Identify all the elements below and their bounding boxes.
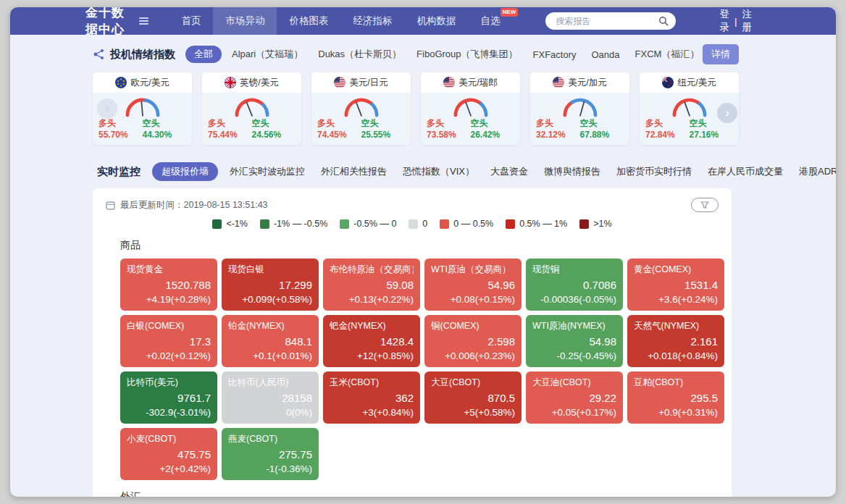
tile-value: 54.96 (431, 279, 515, 291)
tile-name: 白银(COMEX) (127, 320, 211, 332)
sentiment-card-body: 多头 75.44%空头 24.56% (202, 93, 301, 145)
monitor-tab[interactable]: 港股ADR (799, 165, 836, 178)
sentiment-card-body: 多头 74.45%空头 25.55% (311, 93, 411, 145)
quote-sections: 商品现货黄金1520.788+4.19(+0.28%)现货白银17.299+0.… (106, 239, 719, 497)
logo[interactable]: 金十数据中心 (85, 7, 134, 38)
sentiment-card[interactable]: 英镑/美元多头 75.44%空头 24.56% (202, 72, 301, 145)
tile-name: 现货白银 (228, 264, 312, 276)
quote-tile[interactable]: 布伦特原油（交易商）59.08+0.13(+0.22%) (323, 259, 420, 311)
us-flag-icon (443, 77, 455, 88)
hamburger-icon[interactable] (139, 17, 148, 25)
quote-tile[interactable]: 铜(COMEX)2.598+0.006(+0.23%) (424, 315, 522, 367)
tile-value: 2.161 (634, 335, 718, 348)
nav-item[interactable]: 价格图表 (277, 7, 340, 35)
nav-item[interactable]: 经济指标 (340, 7, 404, 35)
nav-item[interactable]: 自选NEW (468, 7, 512, 35)
app-window: 金十数据中心 首页市场异动价格图表经济指标机构数据自选NEW 登录 | 注册 (10, 7, 836, 497)
quote-tile[interactable]: WTI原油（交易商）54.96+0.08(+0.15%) (424, 259, 522, 311)
sentiment-card-body: 多头 73.58%空头 26.42% (421, 93, 520, 145)
sentiment-card-header: 美元/日元 (311, 72, 411, 93)
legend-label: -1% — -0.5% (274, 219, 327, 229)
legend-swatch (260, 219, 269, 229)
sentiment-card[interactable]: 美元/加元多头 32.12%空头 67.88% (530, 72, 629, 145)
quote-tile[interactable]: 燕麦(CBOT)275.75-1(-0.36%) (222, 428, 319, 480)
new-badge: NEW (501, 8, 519, 17)
broker-filter[interactable]: FXCM（福汇） (635, 48, 700, 61)
quote-tile[interactable]: 比特币(美元)9761.7-302.9(-3.01%) (120, 371, 217, 424)
search-input[interactable] (545, 12, 676, 30)
tile-name: 黄金(COMEX) (634, 264, 718, 276)
monitor-tab[interactable]: 外汇相关性报告 (321, 165, 387, 178)
tile-name: 现货铜 (532, 264, 616, 276)
quote-tile[interactable]: 小麦(CBOT)475.75+2(+0.42%) (120, 428, 217, 480)
quote-tile[interactable]: 现货白银17.299+0.099(+0.58%) (222, 259, 319, 311)
tile-name: 比特币(美元) (127, 377, 211, 389)
legend-swatch (579, 219, 589, 229)
monitor-tab[interactable]: 大盘资金 (490, 165, 528, 178)
quote-tile[interactable]: 大豆油(CBOT)29.22+0.05(+0.17%) (526, 371, 623, 424)
monitor-tab[interactable]: 加密货币实时行情 (616, 165, 692, 178)
nav-item[interactable]: 机构数据 (404, 7, 468, 35)
gauge-needle (356, 103, 361, 116)
quote-tile[interactable]: 黄金(COMEX)1531.4+3.6(+0.24%) (627, 259, 724, 311)
quote-board: 最后更新时间： 2019-08-15 13:51:43 <-1%-1% — -0… (93, 188, 732, 497)
us-flag-icon (334, 77, 345, 88)
monitor-tab[interactable]: 微博舆情报告 (544, 165, 600, 178)
legend-label: 0 (422, 219, 427, 229)
quote-tile[interactable]: 比特币(人民币)281580(0%) (222, 371, 319, 424)
quote-tile[interactable]: WTI原油(NYMEX)54.98-0.25(-0.45%) (526, 315, 623, 367)
gauge-needle (246, 103, 251, 116)
gb-flag-icon (225, 77, 236, 88)
quote-tile[interactable]: 玉米(CBOT)362+3(+0.84%) (323, 371, 420, 424)
monitor-tab[interactable]: 在岸人民币成交量 (708, 165, 783, 178)
detail-button[interactable]: 详情 (703, 44, 739, 64)
tile-name: 天然气(NYMEX) (634, 320, 718, 332)
legend-swatch (440, 219, 449, 229)
broker-filter[interactable]: 全部 (185, 46, 222, 63)
monitor-tab[interactable]: 超级报价墙 (152, 162, 218, 181)
tile-change: +4.19(+0.28%) (127, 294, 211, 305)
sentiment-card[interactable]: 美元/瑞郎多头 73.58%空头 26.42% (421, 72, 520, 145)
tile-value: 275.75 (228, 448, 312, 461)
auth-links: 登录 | 注册 (719, 8, 752, 34)
quote-tile[interactable]: 白银(COMEX)17.3+0.02(+0.12%) (120, 315, 217, 367)
monitor-tab[interactable]: 外汇实时波动监控 (230, 165, 305, 178)
tile-name: 现货黄金 (127, 264, 211, 276)
carousel-left-arrow[interactable]: ‹ (97, 98, 117, 119)
tile-value: 362 (330, 392, 414, 404)
quote-tile[interactable]: 钯金(NYMEX)1428.4+12(+0.85%) (323, 315, 420, 367)
sentiment-card[interactable]: 美元/日元多头 74.45%空头 25.55% (311, 72, 411, 145)
broker-filter[interactable]: Oanda (592, 49, 620, 60)
legend-label: <-1% (226, 219, 248, 229)
broker-filter[interactable]: Dukas（杜卡斯贝） (318, 48, 401, 61)
login-link[interactable]: 登录 (719, 8, 729, 34)
search-icon[interactable] (658, 16, 669, 26)
tile-change: +5(+0.58%) (431, 407, 515, 418)
broker-filter[interactable]: Alpari（艾福瑞） (232, 48, 303, 61)
tile-change: +12(+0.85%) (330, 350, 414, 361)
sentiment-gauge (222, 94, 282, 117)
tile-change: +3(+0.84%) (330, 407, 414, 418)
change-legend: <-1%-1% — -0.5%-0.5% — 000 — 0.5%0.5% — … (106, 219, 719, 229)
filter-button[interactable] (691, 198, 719, 212)
quote-tile[interactable]: 现货黄金1520.788+4.19(+0.28%) (120, 259, 217, 311)
legend-swatch (409, 219, 418, 229)
quote-tile[interactable]: 豆粕(CBOT)295.5+0.9(+0.31%) (627, 371, 724, 424)
quote-tile[interactable]: 天然气(NYMEX)2.161+0.018(+0.84%) (627, 315, 724, 367)
broker-filter[interactable]: FXFactory (533, 49, 577, 60)
carousel-right-arrow[interactable]: › (717, 103, 737, 123)
register-link[interactable]: 注册 (742, 8, 752, 34)
nav-item[interactable]: 市场异动 (213, 7, 277, 35)
broker-filter[interactable]: FiboGroup（飞博集团） (416, 48, 517, 61)
quote-tile[interactable]: 大豆(CBOT)870.5+5(+0.58%) (424, 371, 522, 424)
tile-change: +0.099(+0.58%) (228, 294, 312, 305)
monitor-tab[interactable]: 恐慌指数（VIX） (403, 165, 474, 178)
tile-name: 大豆(CBOT) (431, 377, 515, 389)
funnel-icon (700, 201, 709, 209)
quote-tile[interactable]: 现货铜0.7086-0.00036(-0.05%) (526, 259, 623, 311)
quote-tile[interactable]: 铂金(NYMEX)848.1+0.1(+0.01%) (222, 315, 319, 367)
sentiment-gauge (112, 94, 173, 117)
last-update-time: 2019-08-15 13:51:43 (184, 200, 268, 210)
nav-item[interactable]: 首页 (169, 7, 213, 35)
tile-change: +0.006(+0.23%) (431, 350, 515, 361)
